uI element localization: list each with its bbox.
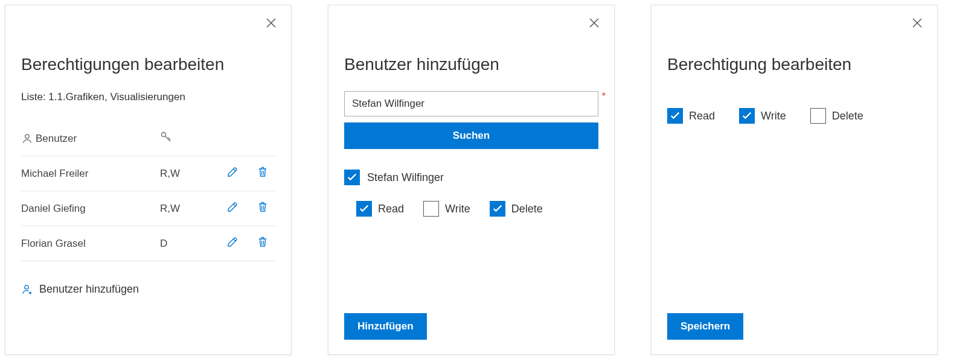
trash-icon	[257, 236, 269, 248]
delete-checkbox[interactable]	[490, 201, 505, 217]
user-icon	[21, 133, 33, 145]
list-subtitle: Liste: 1.1.Grafiken, Visualisierungen	[21, 91, 275, 103]
delete-checkbox[interactable]	[810, 108, 826, 124]
check-icon	[670, 110, 681, 121]
read-checkbox[interactable]	[356, 201, 372, 217]
delete-label: Delete	[511, 203, 543, 215]
panel-title: Benutzer hinzufügen	[344, 55, 598, 74]
close-icon	[265, 17, 277, 29]
delete-button[interactable]	[257, 201, 269, 216]
table-row: Daniel Giefing R,W	[21, 191, 275, 226]
user-search-input[interactable]	[344, 91, 598, 116]
read-label: Read	[689, 110, 715, 122]
save-button[interactable]: Speichern	[667, 313, 743, 340]
table-header: Benutzer	[21, 121, 275, 156]
pencil-icon	[226, 201, 239, 213]
permissions-edit-panel: Berechtigungen bearbeiten Liste: 1.1.Gra…	[5, 5, 292, 355]
key-icon	[160, 131, 172, 143]
table-row: Florian Grasel D	[21, 226, 275, 261]
add-user-panel: Benutzer hinzufügen * Suchen Stefan Wilf…	[328, 5, 615, 355]
user-name: Florian Grasel	[21, 238, 160, 250]
close-icon	[911, 17, 923, 29]
trash-icon	[257, 201, 269, 213]
user-result-checkbox[interactable]	[344, 170, 360, 185]
check-icon	[347, 172, 357, 183]
close-button[interactable]	[909, 15, 925, 31]
check-icon	[359, 203, 370, 214]
panel-title: Berechtigung bearbeiten	[667, 55, 921, 74]
close-button[interactable]	[263, 15, 279, 31]
panel-title: Berechtigungen bearbeiten	[21, 55, 275, 74]
check-icon	[741, 110, 752, 121]
add-button[interactable]: Hinzufügen	[344, 313, 427, 340]
search-button[interactable]: Suchen	[344, 122, 598, 149]
write-checkbox[interactable]	[423, 201, 439, 217]
user-permissions: R,W	[160, 168, 214, 180]
read-label: Read	[378, 203, 404, 215]
user-permissions: D	[160, 238, 214, 250]
required-indicator: *	[602, 91, 606, 102]
close-icon	[588, 17, 600, 29]
user-add-icon	[21, 284, 33, 296]
pencil-icon	[226, 236, 239, 248]
write-label: Write	[761, 110, 786, 122]
write-label: Write	[445, 203, 470, 215]
user-result-name: Stefan Wilfinger	[367, 171, 444, 184]
user-name: Michael Freiler	[21, 168, 160, 180]
user-permissions: R,W	[160, 203, 214, 215]
table-row: Michael Freiler R,W	[21, 156, 275, 191]
close-button[interactable]	[586, 15, 602, 31]
edit-button[interactable]	[226, 201, 239, 216]
delete-label: Delete	[832, 110, 863, 122]
write-checkbox[interactable]	[739, 108, 755, 124]
header-user-label: Benutzer	[36, 133, 77, 145]
user-name: Daniel Giefing	[21, 203, 160, 215]
pencil-icon	[226, 166, 239, 178]
delete-button[interactable]	[257, 236, 269, 251]
delete-button[interactable]	[257, 166, 269, 181]
add-user-button[interactable]: Benutzer hinzufügen	[21, 283, 275, 296]
add-user-label: Benutzer hinzufügen	[39, 283, 139, 296]
check-icon	[492, 203, 503, 214]
edit-button[interactable]	[226, 236, 239, 251]
edit-permission-panel: Berechtigung bearbeiten Read Write Delet…	[651, 5, 938, 355]
read-checkbox[interactable]	[667, 108, 683, 124]
trash-icon	[257, 166, 269, 178]
permissions-table: Benutzer Michael Freiler R,W Daniel Gief…	[21, 121, 275, 261]
edit-button[interactable]	[226, 166, 239, 181]
